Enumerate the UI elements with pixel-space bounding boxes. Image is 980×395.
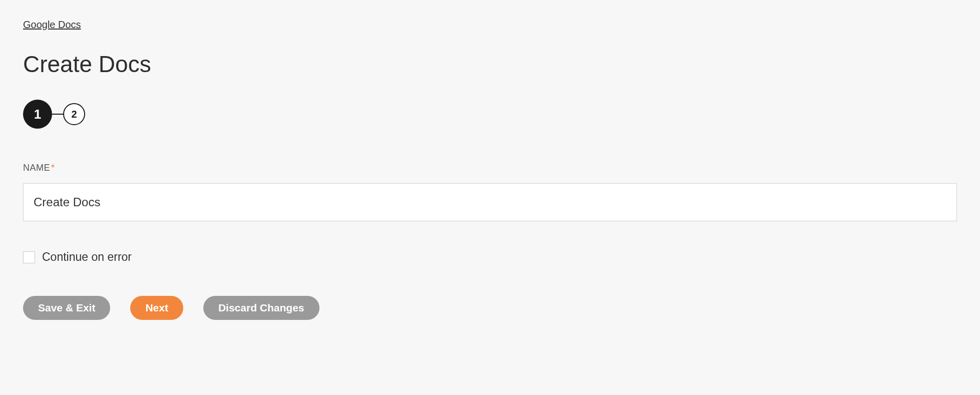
step-1[interactable]: 1 bbox=[23, 100, 52, 129]
name-input[interactable] bbox=[23, 183, 957, 221]
continue-on-error-row: Continue on error bbox=[23, 250, 957, 264]
discard-changes-button[interactable]: Discard Changes bbox=[203, 296, 319, 320]
step-connector bbox=[52, 114, 63, 115]
continue-on-error-checkbox[interactable] bbox=[23, 251, 35, 263]
continue-on-error-label: Continue on error bbox=[42, 250, 132, 264]
page-title: Create Docs bbox=[23, 51, 957, 78]
name-label-text: NAME bbox=[23, 163, 50, 173]
step-2[interactable]: 2 bbox=[63, 103, 85, 125]
stepper: 1 2 bbox=[23, 100, 957, 129]
next-button[interactable]: Next bbox=[130, 296, 183, 320]
button-row: Save & Exit Next Discard Changes bbox=[23, 296, 957, 320]
name-field-label: NAME* bbox=[23, 163, 957, 173]
save-exit-button[interactable]: Save & Exit bbox=[23, 296, 110, 320]
required-star-icon: * bbox=[51, 163, 55, 173]
breadcrumb-link[interactable]: Google Docs bbox=[23, 19, 81, 31]
